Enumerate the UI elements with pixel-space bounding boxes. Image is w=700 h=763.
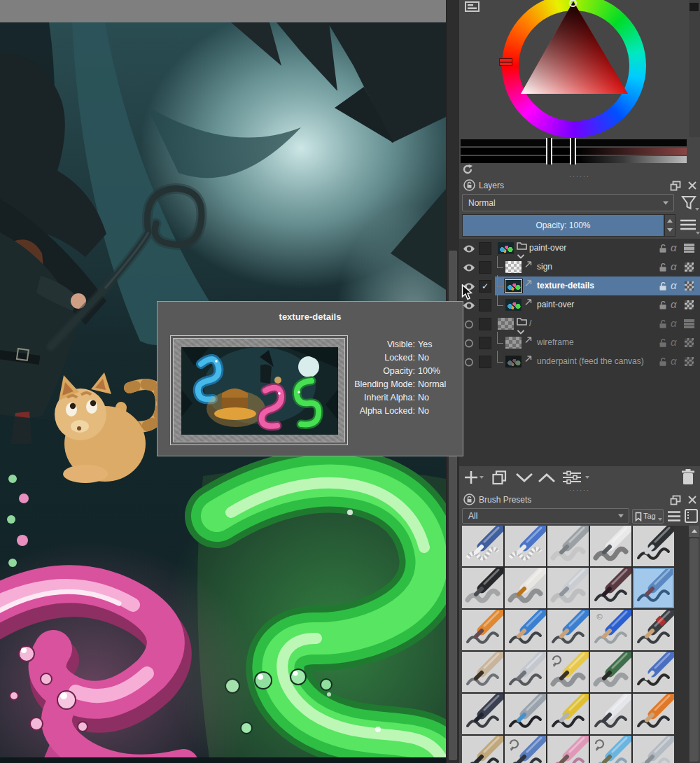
layer-lock-toggle[interactable] [658,300,668,313]
layer-lock-toggle[interactable] [658,319,668,332]
unlocked-icon[interactable] [658,319,668,329]
brush-preset[interactable] [547,526,589,566]
spin-down-icon[interactable] [667,228,673,232]
layer-lock-toggle[interactable] [658,262,668,275]
brush-menu-icon[interactable] [666,510,682,522]
unlocked-icon[interactable] [658,338,668,348]
layer-lock-toggle[interactable] [658,357,668,370]
layer-checkbox[interactable]: ✓ [479,280,491,293]
opacity-spinner[interactable] [664,214,676,237]
preset-view-mode-icon[interactable] [685,509,698,523]
brush-preset[interactable] [505,526,546,566]
layer-visibility-toggle[interactable] [463,262,475,272]
brush-preset[interactable] [547,610,589,650]
brush-preset[interactable] [505,610,546,650]
brush-preset[interactable] [633,526,674,566]
layer-row[interactable]: /α [459,314,700,333]
spin-up-icon[interactable] [667,219,673,223]
opacity-slider[interactable]: Opacity: 100% [462,214,664,237]
shade-handle-right[interactable] [570,138,576,164]
layer-row-body[interactable]: signα [495,258,700,276]
layer-lock-toggle[interactable] [658,244,668,256]
delete-layer-icon[interactable] [680,468,696,486]
layer-thumbnail[interactable] [498,318,514,330]
brush-preset[interactable] [505,568,546,608]
brush-scrollbar-thumb[interactable] [690,538,699,762]
alpha-lock-toggle[interactable]: α [671,298,677,310]
add-layer-icon[interactable] [463,470,479,485]
close-docker-icon[interactable] [687,495,697,505]
brush-preset[interactable] [547,736,589,763]
layer-checkbox[interactable] [479,356,491,368]
layer-checkbox[interactable] [479,299,491,312]
hue-marker[interactable] [499,58,512,66]
float-docker-icon[interactable] [670,181,681,191]
layer-thumbnail[interactable] [505,356,522,368]
brush-preset[interactable] [590,736,631,763]
move-layer-up-icon[interactable] [538,472,556,483]
layer-row-body[interactable]: wireframeα [495,333,700,352]
brush-scrollbar[interactable] [689,526,699,763]
brush-preset[interactable]: © [590,610,631,650]
brush-preset[interactable] [547,694,589,734]
filter-dropdown-arrow-icon[interactable] [695,208,699,211]
layers-menu-arrow-icon[interactable] [696,232,700,234]
inherit-alpha-icon[interactable] [685,357,694,366]
shade-handle-left[interactable] [546,138,552,164]
layer-properties-icon[interactable] [561,470,582,484]
layers-menu-icon[interactable] [679,218,697,231]
layer-row[interactable]: paint-overα [459,295,700,314]
add-layer-arrow-icon[interactable] [479,476,484,479]
alpha-lock-toggle[interactable]: α [671,355,677,367]
brush-preset[interactable] [505,694,546,734]
unlocked-icon[interactable] [658,357,668,367]
unlocked-icon[interactable] [658,300,668,310]
unlocked-icon[interactable] [658,262,668,272]
layer-row[interactable]: underpaint (feed the canvas)α [459,352,700,371]
brush-preset[interactable] [505,736,546,763]
layer-row-body[interactable]: /α [495,314,700,333]
properties-arrow-icon[interactable] [585,476,589,479]
layer-checkbox[interactable] [479,337,491,349]
brush-preset[interactable] [633,694,674,734]
brush-preset[interactable] [462,526,503,566]
alpha-lock-toggle[interactable]: α [671,317,677,329]
layer-checkbox[interactable] [479,242,491,255]
layer-checkbox[interactable] [479,318,491,330]
layer-thumbnail[interactable] [505,299,522,311]
layer-visibility-toggle[interactable] [463,319,475,328]
brush-preset[interactable] [547,568,589,608]
layer-lock-toggle[interactable] [658,338,668,351]
docker-lock-icon[interactable] [463,493,475,505]
layer-lock-toggle[interactable] [658,281,668,294]
float-docker-icon[interactable] [670,495,681,505]
inherit-alpha-icon[interactable] [685,300,694,309]
brush-preset[interactable] [590,694,631,734]
pass-through-icon[interactable] [684,244,694,253]
brush-preset[interactable] [590,652,631,692]
move-layer-down-icon[interactable] [515,472,533,483]
layer-row[interactable]: wireframeα [459,333,700,352]
blending-mode-dropdown[interactable]: Normal [462,194,674,211]
layer-row-body[interactable]: paint-overα [495,295,700,314]
brush-preset[interactable] [462,610,503,650]
tag-button[interactable]: Tag [632,509,664,524]
brush-preset[interactable] [462,736,503,763]
pass-through-icon[interactable] [684,319,694,328]
layer-visibility-toggle[interactable] [463,244,475,253]
layer-thumbnail[interactable] [505,280,522,292]
duplicate-layer-icon[interactable] [491,470,507,486]
brush-preset[interactable] [633,652,674,692]
layer-row-body[interactable]: underpaint (feed the canvas)α [495,352,700,371]
brush-preset[interactable] [462,652,503,692]
brush-preset[interactable] [547,652,589,692]
layer-thumbnail[interactable] [505,337,522,349]
alpha-lock-toggle[interactable]: α [671,241,677,253]
brush-filter-dropdown[interactable]: All [462,508,629,524]
refresh-icon[interactable] [462,164,473,175]
inherit-alpha-icon[interactable] [685,338,694,347]
layer-row-body-selected[interactable]: texture-detailsα [495,276,700,295]
layer-visibility-toggle[interactable] [463,357,475,366]
layer-thumbnail[interactable] [498,242,514,254]
docker-resize-handle[interactable]: ······ [459,174,700,178]
